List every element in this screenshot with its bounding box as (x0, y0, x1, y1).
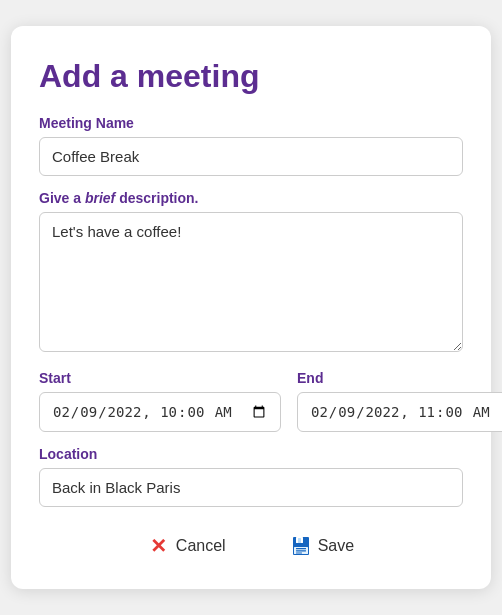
svg-rect-2 (298, 538, 301, 543)
start-label: Start (39, 370, 281, 386)
start-group: Start (39, 370, 281, 432)
modal-title: Add a meeting (39, 58, 463, 95)
start-input[interactable] (39, 392, 281, 432)
cancel-label: Cancel (176, 537, 226, 555)
description-label-highlight: brief (85, 190, 115, 206)
cancel-icon: ✕ (148, 535, 170, 557)
button-row: ✕ Cancel Save (39, 527, 463, 565)
description-label-post: description. (115, 190, 198, 206)
svg-rect-4 (296, 548, 306, 549)
description-label-pre: Give a (39, 190, 85, 206)
meeting-name-label: Meeting Name (39, 115, 463, 131)
description-label: Give a brief description. (39, 190, 463, 206)
end-label: End (297, 370, 502, 386)
save-icon (290, 535, 312, 557)
end-group: End (297, 370, 502, 432)
end-input[interactable] (297, 392, 502, 432)
save-label: Save (318, 537, 354, 555)
svg-rect-5 (296, 550, 306, 551)
location-group: Location (39, 446, 463, 507)
meeting-name-input[interactable] (39, 137, 463, 176)
meeting-name-group: Meeting Name (39, 115, 463, 176)
cancel-button[interactable]: ✕ Cancel (128, 527, 246, 565)
save-button[interactable]: Save (270, 527, 374, 565)
description-group: Give a brief description. (39, 190, 463, 356)
description-textarea[interactable] (39, 212, 463, 352)
add-meeting-modal: Add a meeting Meeting Name Give a brief … (11, 26, 491, 589)
location-input[interactable] (39, 468, 463, 507)
location-label: Location (39, 446, 463, 462)
datetime-row: Start End (39, 370, 463, 432)
svg-rect-6 (296, 552, 302, 553)
